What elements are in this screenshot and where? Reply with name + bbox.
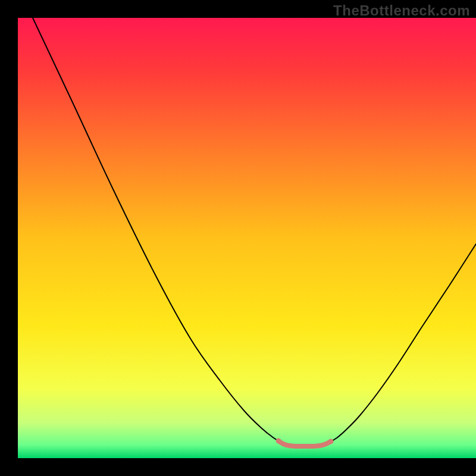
chart-frame: TheBottleneck.com: [0, 0, 476, 476]
trough-endpoint: [276, 439, 281, 444]
gradient-background: [18, 18, 476, 458]
bottleneck-curve-chart: [0, 0, 476, 476]
trough-endpoint: [328, 439, 334, 444]
